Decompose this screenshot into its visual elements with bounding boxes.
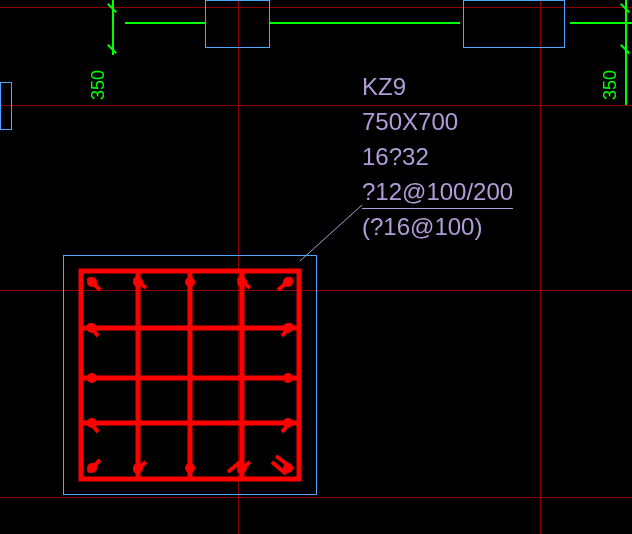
column-name: KZ9 <box>362 73 406 101</box>
beam-section <box>463 0 565 48</box>
dimension-label: 350 <box>88 70 109 100</box>
grid-line-v <box>540 0 541 534</box>
grid-line-h <box>0 497 632 498</box>
axis-line <box>570 22 632 24</box>
extra-stirrup-label: (?16@100) <box>362 213 482 241</box>
beam-section <box>0 82 12 130</box>
rebar-section <box>78 268 302 482</box>
axis-line <box>270 22 460 24</box>
beam-section <box>205 0 270 48</box>
dimension-label: 350 <box>600 70 621 100</box>
svg-point-15 <box>185 463 195 473</box>
grid-line-h <box>0 105 632 106</box>
svg-line-0 <box>300 205 362 261</box>
svg-point-22 <box>283 373 293 383</box>
main-rebar-label: 16?32 <box>362 143 429 171</box>
cad-canvas[interactable]: 350 350 KZ9 750X700 16?32 ?12@100/200 (?… <box>0 0 632 534</box>
axis-line <box>125 22 205 24</box>
svg-point-19 <box>87 373 97 383</box>
leader-line <box>300 203 370 263</box>
svg-point-10 <box>185 277 195 287</box>
stirrup-label: ?12@100/200 <box>362 178 513 209</box>
column-size: 750X700 <box>362 108 458 136</box>
